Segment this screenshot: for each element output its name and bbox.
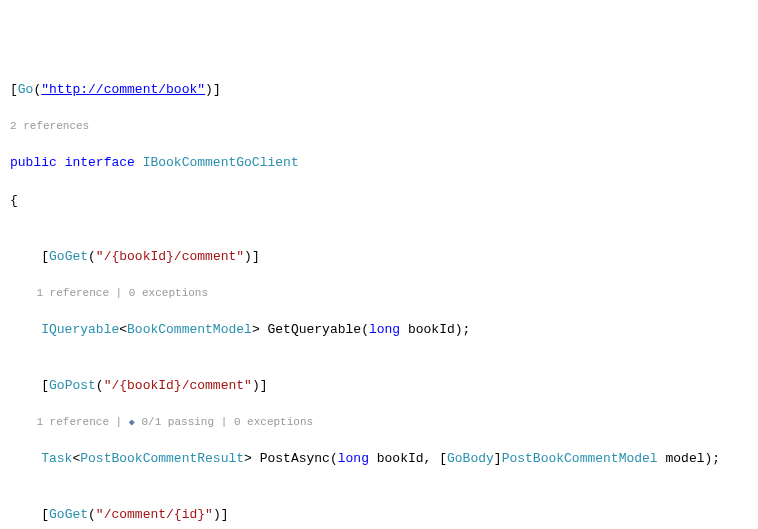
method-postasync: Task<PostBookCommentResult> PostAsync(lo… [10, 450, 748, 469]
interface-decl: public interface IBookCommentGoClient [10, 154, 748, 173]
codelens-postasync[interactable]: 1 reference | ◆ 0/1 passing | 0 exceptio… [10, 415, 748, 431]
codelens-interface[interactable]: 2 references [10, 119, 748, 135]
brace-open: { [10, 192, 748, 211]
attr-gopost: [GoPost("/{bookId}/comment")] [10, 377, 748, 396]
type-go: Go [18, 82, 34, 97]
method-getqueryable: IQueryable<BookCommentModel> GetQueryabl… [10, 321, 748, 340]
attr-goget-2: [GoGet("/comment/{id}")] [10, 506, 748, 525]
interface-name: IBookCommentGoClient [143, 155, 299, 170]
codelens-getqueryable[interactable]: 1 reference | 0 exceptions [10, 286, 748, 302]
attr-go: [Go("http://comment/book")] [10, 81, 748, 100]
go-url[interactable]: "http://comment/book" [41, 82, 205, 97]
attr-goget-1: [GoGet("/{bookId}/comment")] [10, 248, 748, 267]
